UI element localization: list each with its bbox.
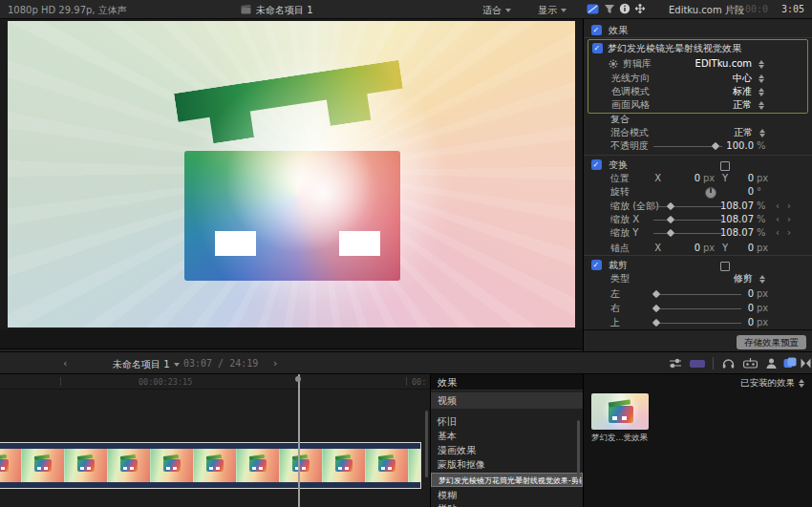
clip-thumbnail[interactable] bbox=[280, 449, 323, 482]
keyframe-next-icon[interactable]: › bbox=[787, 200, 791, 213]
clip-thumbnail[interactable] bbox=[366, 449, 409, 482]
crop-preview-icon[interactable] bbox=[720, 262, 730, 271]
timeline-scrollbar[interactable] bbox=[425, 411, 428, 477]
effect-checkbox[interactable] bbox=[592, 43, 603, 53]
crop-top-slider[interactable] bbox=[653, 323, 741, 324]
scale-y-value[interactable]: 108.07 bbox=[720, 226, 754, 240]
opacity-slider[interactable] bbox=[653, 146, 722, 147]
slider-handle[interactable] bbox=[652, 319, 660, 327]
stepper-icon[interactable] bbox=[759, 275, 766, 284]
fx-list-scrollbar[interactable] bbox=[577, 420, 580, 479]
display-dropdown[interactable]: 显示 bbox=[538, 4, 566, 17]
timeline-back-button[interactable]: ‹ bbox=[63, 357, 67, 370]
slider-handle[interactable] bbox=[652, 305, 660, 312]
anchor-y-value[interactable]: 0 bbox=[748, 242, 754, 255]
fx-category[interactable]: 模糊 bbox=[431, 488, 583, 502]
crop-type-value[interactable]: 修剪 bbox=[734, 272, 753, 285]
solo-icon[interactable] bbox=[765, 357, 778, 370]
clip-thumbnail[interactable] bbox=[65, 449, 108, 482]
transform-preview-icon[interactable] bbox=[720, 161, 730, 171]
share-icon[interactable] bbox=[634, 3, 646, 14]
timeline-clip[interactable] bbox=[0, 442, 421, 489]
effect-thumbnail[interactable] bbox=[591, 393, 649, 430]
scale-y-row: 缩放 Y 108.07 % ‹ › bbox=[584, 226, 812, 240]
info-inspector-icon[interactable] bbox=[619, 3, 630, 14]
scale-x-value[interactable]: 108.07 bbox=[720, 213, 754, 226]
effects-checkbox[interactable] bbox=[591, 25, 602, 35]
keyframe-next-icon[interactable]: › bbox=[787, 213, 791, 226]
trim-tool-icon[interactable] bbox=[690, 360, 705, 368]
selected-effect-box[interactable]: 梦幻发光棱镜光晕射线视觉效果 剪辑库 EDITku.com 光线方向 中心 色调… bbox=[588, 39, 808, 114]
slider-handle[interactable] bbox=[667, 229, 674, 237]
fx-item-selected[interactable]: 梦幻发光棱镜万花筒光晕射线视觉效果-剪辑库 bbox=[431, 473, 583, 487]
stepper-icon[interactable] bbox=[759, 88, 765, 96]
scale-all-slider[interactable] bbox=[653, 206, 722, 207]
installed-effects-filter[interactable]: 已安装的效果 bbox=[740, 377, 795, 390]
rotation-dial[interactable] bbox=[705, 187, 716, 199]
slider-handle[interactable] bbox=[652, 290, 660, 298]
slider-handle[interactable] bbox=[667, 202, 674, 210]
crop-right-value[interactable]: 0 bbox=[748, 302, 754, 315]
fx-category[interactable]: 基本 bbox=[431, 429, 583, 443]
stepper-icon[interactable] bbox=[759, 129, 766, 137]
opacity-value[interactable]: 100.0 bbox=[726, 139, 754, 153]
viewer-canvas[interactable] bbox=[8, 21, 575, 327]
clip-thumbnail[interactable] bbox=[151, 449, 194, 482]
stepper-icon[interactable] bbox=[759, 101, 765, 110]
crop-top-value[interactable]: 0 bbox=[748, 316, 754, 329]
save-effect-preset-button[interactable]: 存储效果预置 bbox=[737, 335, 806, 349]
keyframe-next-icon[interactable]: › bbox=[787, 226, 791, 240]
param-value[interactable]: 中心 bbox=[733, 72, 752, 85]
clip-thumbnail[interactable] bbox=[323, 449, 366, 482]
clip-thumbnail[interactable] bbox=[22, 449, 65, 482]
scale-x-slider[interactable] bbox=[653, 220, 722, 221]
position-y-value[interactable]: 0 bbox=[748, 172, 754, 185]
skimming-icon[interactable] bbox=[743, 358, 758, 370]
param-value[interactable]: 标准 bbox=[733, 85, 752, 98]
keyframe-prev-icon[interactable]: ‹ bbox=[776, 200, 780, 213]
effects-browser-button[interactable] bbox=[783, 357, 797, 370]
tool-menu-icon[interactable] bbox=[669, 358, 682, 370]
timeline-project-dropdown[interactable]: 未命名项目 1 bbox=[113, 358, 180, 371]
crop-checkbox[interactable] bbox=[591, 260, 602, 270]
clip-thumbnail[interactable] bbox=[194, 449, 237, 482]
clip-thumbnail[interactable] bbox=[0, 449, 22, 482]
fx-category[interactable]: 拼贴 bbox=[431, 501, 583, 507]
timeline-panel[interactable]: 00:00:23:15 00: bbox=[0, 374, 430, 507]
color-inspector-icon[interactable] bbox=[604, 4, 615, 14]
clip-thumbnail[interactable] bbox=[237, 449, 280, 482]
transitions-browser-icon[interactable] bbox=[801, 358, 811, 369]
scale-y-slider[interactable] bbox=[653, 233, 722, 234]
position-x-value[interactable]: 0 bbox=[694, 172, 700, 185]
anchor-x-value[interactable]: 0 bbox=[694, 242, 700, 255]
playhead-handle[interactable] bbox=[295, 376, 301, 382]
keyframe-prev-icon[interactable]: ‹ bbox=[776, 226, 780, 240]
crop-left-slider[interactable] bbox=[653, 294, 741, 295]
slider-handle[interactable] bbox=[712, 142, 719, 150]
stepper-icon[interactable] bbox=[759, 60, 765, 69]
fx-category[interactable]: 怀旧 bbox=[431, 414, 583, 429]
playhead[interactable] bbox=[298, 374, 300, 507]
stepper-icon[interactable] bbox=[759, 74, 765, 83]
clip-thumbnail[interactable] bbox=[108, 449, 151, 482]
timeline-ruler[interactable]: 00:00:23:15 00: bbox=[0, 374, 430, 390]
blend-mode-value[interactable]: 正常 bbox=[734, 126, 753, 139]
clip-thumbnail[interactable] bbox=[409, 449, 420, 482]
headphones-solo-icon[interactable] bbox=[722, 357, 735, 370]
keyframe-prev-icon[interactable]: ‹ bbox=[776, 213, 780, 226]
crop-right-slider[interactable] bbox=[653, 308, 741, 309]
param-value[interactable]: EDITku.com bbox=[695, 57, 752, 71]
video-inspector-icon[interactable] bbox=[587, 4, 599, 14]
slider-handle[interactable] bbox=[667, 216, 674, 223]
crop-left-value[interactable]: 0 bbox=[748, 287, 754, 301]
transform-checkbox[interactable] bbox=[591, 159, 602, 170]
stepper-icon[interactable] bbox=[799, 379, 805, 388]
scale-all-value[interactable]: 108.07 bbox=[720, 200, 754, 213]
param-value[interactable]: 正常 bbox=[733, 98, 752, 112]
timeline-forward-button[interactable]: › bbox=[273, 357, 277, 370]
fit-dropdown[interactable]: 适合 bbox=[482, 4, 511, 17]
fx-category-video[interactable]: 视频 bbox=[431, 392, 583, 409]
rotation-value[interactable]: 0 bbox=[748, 185, 754, 199]
fx-category[interactable]: 蒙版和抠像 bbox=[431, 457, 583, 472]
fx-category[interactable]: 漫画效果 bbox=[431, 443, 583, 457]
